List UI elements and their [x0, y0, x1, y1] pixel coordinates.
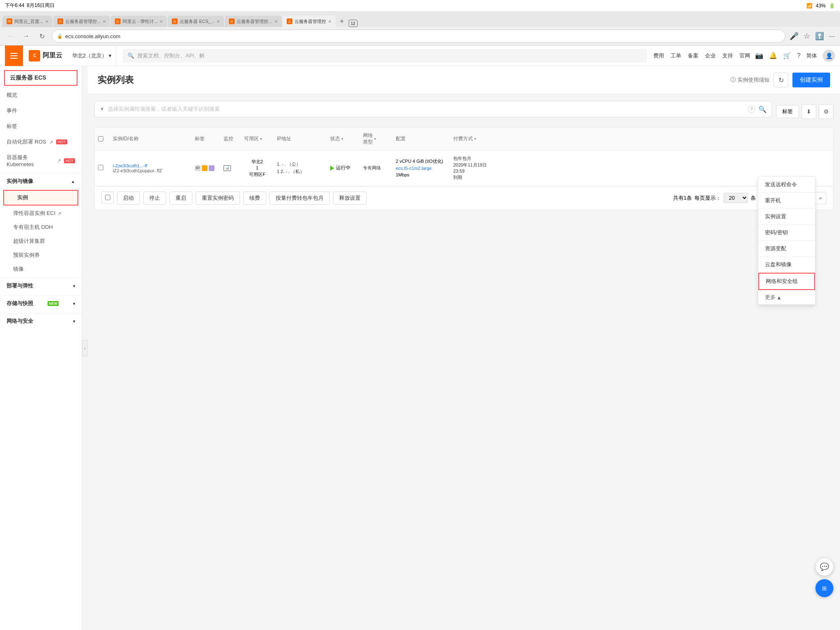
row-select-checkbox[interactable]	[98, 165, 103, 170]
monitor-icon[interactable]: 📊	[224, 165, 231, 171]
bell-icon[interactable]: 🔔	[769, 52, 777, 59]
sidebar-item-events[interactable]: 事件	[0, 103, 82, 119]
sidebar-section-instances-header[interactable]: 实例与镜像 ▲	[0, 173, 82, 189]
billing-sort-icon[interactable]: ▾	[474, 137, 476, 141]
sidebar: 云服务器 ECS 概览 事件 标签 自动化部署 ROS ↗ HOT 容器服务 K…	[0, 66, 82, 630]
microphone-icon[interactable]: 🎤	[790, 32, 799, 41]
share-icon[interactable]: ⬆️	[815, 32, 824, 41]
context-menu-reboot[interactable]: 重开机	[758, 193, 815, 208]
more-icon[interactable]: ···	[829, 32, 835, 41]
sidebar-subitem-instance[interactable]: 实例	[4, 191, 78, 205]
context-menu-network-security[interactable]: 网络和安全组	[758, 273, 815, 290]
sidebar-item-ros[interactable]: 自动化部署 ROS ↗ HOT	[0, 134, 82, 150]
row-monitor[interactable]: 📊	[220, 164, 241, 173]
tab-3-close[interactable]: ✕	[160, 19, 163, 24]
network-sort-icon[interactable]: ▾	[374, 136, 376, 142]
release-button[interactable]: 释放设置	[333, 192, 367, 205]
start-button[interactable]: 启动	[117, 192, 140, 205]
tab-5-close[interactable]: ✕	[274, 19, 278, 24]
th-checkbox[interactable]	[95, 131, 110, 147]
context-menu-disk[interactable]: 云盘和镜像	[758, 257, 815, 272]
settings-button[interactable]: ⚙	[819, 104, 833, 119]
region-selector[interactable]: 华北2（北京） ▾	[68, 46, 116, 66]
nav-filing[interactable]: 备案	[688, 52, 698, 59]
nav-official[interactable]: 官网	[740, 52, 750, 59]
nav-support[interactable]: 支持	[722, 52, 733, 59]
context-menu-send-command[interactable]: 发送远程命令	[758, 177, 815, 192]
nav-ticket[interactable]: 工单	[671, 52, 681, 59]
reload-button[interactable]: ↻	[36, 30, 48, 42]
tab-6-active[interactable]: 云 云服务器管理控 ✕	[283, 16, 336, 27]
bookmark-icon[interactable]: ☆	[803, 32, 810, 41]
app-float-button[interactable]: ⊞	[815, 579, 833, 597]
zone-sort-icon[interactable]: ▾	[260, 137, 262, 141]
status-bar: 下午6:44 8月16日周日 📶 43% 🔋	[0, 0, 840, 11]
aliyun-logo[interactable]: C 阿里云	[23, 50, 68, 62]
forward-button[interactable]: →	[21, 30, 32, 42]
tab-1-close[interactable]: ✕	[45, 19, 48, 24]
refresh-button[interactable]: ↻	[774, 73, 788, 87]
page-size-select[interactable]: 20 50 100	[724, 193, 748, 203]
status-sort-icon[interactable]: ▾	[341, 137, 343, 141]
sidebar-section-deploy-header[interactable]: 部署与弹性 ▾	[0, 278, 82, 294]
sidebar-subitem-hpc[interactable]: 超级计算集群	[0, 234, 82, 248]
lang-button[interactable]: 简体	[806, 52, 817, 59]
row-checkbox[interactable]	[95, 163, 110, 173]
renew-button[interactable]: 续费	[243, 192, 266, 205]
config-model-link[interactable]: ecs.t5-c1m2.large	[396, 165, 447, 172]
tab-6-close[interactable]: ✕	[328, 19, 331, 24]
context-menu-more[interactable]: 更多 ▲	[758, 290, 815, 304]
bottom-checkbox[interactable]	[101, 192, 114, 204]
back-button[interactable]: ←	[5, 30, 16, 42]
search-help-icon[interactable]: ?	[748, 105, 755, 113]
sidebar-item-overview[interactable]: 概览	[0, 87, 82, 103]
sidebar-subitem-reserved[interactable]: 预留实例券	[0, 248, 82, 262]
address-bar[interactable]: 🔒 ecs.console.aliyun.com	[52, 30, 785, 43]
hamburger-menu[interactable]	[5, 46, 23, 66]
sidebar-item-tags[interactable]: 标签	[0, 119, 82, 134]
photo-icon[interactable]: 📷	[755, 52, 763, 59]
user-avatar[interactable]: 👤	[823, 50, 835, 62]
new-tab-button[interactable]: +	[336, 16, 348, 27]
cart-icon[interactable]: 🛒	[783, 52, 791, 59]
tab-2[interactable]: 云 云服务器管理控... ✕	[53, 16, 110, 27]
sidebar-toggle[interactable]: ‹	[82, 340, 88, 356]
context-menu-resource[interactable]: 资源变配	[758, 241, 815, 256]
tab-4-close[interactable]: ✕	[217, 19, 220, 24]
stop-button[interactable]: 停止	[143, 192, 166, 205]
instance-id-text[interactable]: i-2ze3i3cuth1...-ff	[113, 163, 188, 168]
export-button[interactable]: ⬇	[801, 104, 816, 119]
search-magnify-icon[interactable]: 🔍	[758, 105, 767, 113]
reset-password-button[interactable]: 重置实例密码	[196, 192, 240, 205]
chat-float-button[interactable]: 💬	[815, 558, 833, 576]
nav-fee[interactable]: 费用	[653, 52, 664, 59]
nav-enterprise[interactable]: 企业	[705, 52, 716, 59]
create-instance-button[interactable]: 创建实例	[792, 73, 830, 87]
sidebar-item-k8s[interactable]: 容器服务 Kubernetes ↗ HOT	[0, 150, 82, 171]
tab-5[interactable]: 云 云服务器管理控... ✕	[225, 16, 281, 27]
select-all-checkbox[interactable]	[98, 136, 103, 142]
tag-icon-1[interactable]: 🏷	[195, 165, 201, 171]
switch-billing-button[interactable]: 按量付费转包年包月	[269, 192, 330, 205]
tab-3[interactable]: 云 阿里云 - 弹性计... ✕	[111, 16, 167, 27]
tag-icon-2[interactable]	[202, 165, 208, 171]
help-icon[interactable]: ?	[797, 52, 801, 59]
page-last[interactable]: »	[814, 192, 826, 204]
sidebar-subitem-image[interactable]: 镜像	[0, 262, 82, 276]
notice-link[interactable]: ⓘ 实例使用须知	[730, 76, 769, 84]
tag-icon-3[interactable]	[209, 165, 215, 171]
sidebar-subitem-eci[interactable]: 弹性容器实例 ECI ↗	[0, 206, 82, 220]
context-menu-password[interactable]: 密码/密钥	[758, 225, 815, 240]
bottom-select-all[interactable]	[105, 195, 110, 200]
tag-filter-button[interactable]: 标签	[776, 105, 799, 118]
tab-4[interactable]: 云 云服务器 ECS_... ✕	[168, 16, 224, 27]
sidebar-subitem-ddh[interactable]: 专有宿主机 DDH	[0, 220, 82, 234]
restart-button[interactable]: 重启	[169, 192, 192, 205]
tab-2-close[interactable]: ✕	[103, 19, 106, 24]
context-menu-instance-settings[interactable]: 实例设置	[758, 209, 815, 224]
global-search[interactable]: 🔍 搜索文档、控制台、API、解	[123, 49, 647, 63]
tab-1[interactable]: 阿 阿里云_百度... ✕	[2, 16, 52, 27]
sidebar-section-network-header[interactable]: 网络与安全 ▾	[0, 313, 82, 329]
sidebar-section-storage-header[interactable]: 存储与快照 NEW ▾	[0, 296, 82, 311]
instance-search-bar[interactable]: ▼ 选择实例属性项搜索，或者输入关键字识别搜索 ? 🔍	[94, 101, 772, 117]
